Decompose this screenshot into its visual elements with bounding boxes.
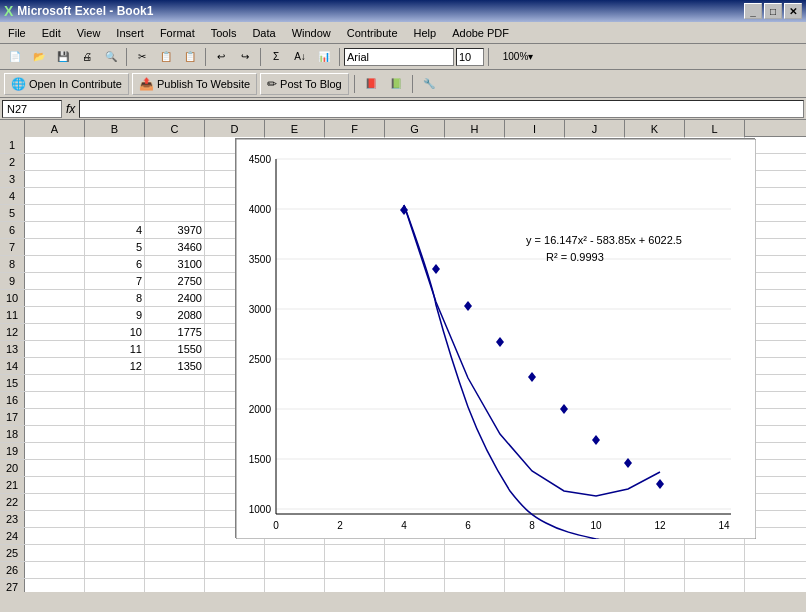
cell[interactable] bbox=[85, 494, 145, 510]
cell[interactable] bbox=[205, 562, 265, 578]
cell[interactable] bbox=[25, 137, 85, 153]
cell[interactable] bbox=[25, 579, 85, 592]
paste-button[interactable]: 📋 bbox=[179, 46, 201, 68]
cell[interactable] bbox=[325, 562, 385, 578]
open-in-contribute-button[interactable]: 🌐 Open In Contribute bbox=[4, 73, 129, 95]
menu-help[interactable]: Help bbox=[406, 22, 445, 43]
col-header-c[interactable]: C bbox=[145, 120, 205, 137]
menu-window[interactable]: Window bbox=[284, 22, 339, 43]
cell[interactable] bbox=[265, 579, 325, 592]
undo-button[interactable]: ↩ bbox=[210, 46, 232, 68]
cell[interactable] bbox=[385, 562, 445, 578]
col-header-g[interactable]: G bbox=[385, 120, 445, 137]
cell[interactable]: 2080 bbox=[145, 307, 205, 323]
cell[interactable]: 2400 bbox=[145, 290, 205, 306]
cell[interactable] bbox=[145, 511, 205, 527]
col-header-i[interactable]: I bbox=[505, 120, 565, 137]
zoom-box[interactable]: 100%▾ bbox=[493, 46, 543, 68]
cell[interactable] bbox=[85, 205, 145, 221]
cell[interactable] bbox=[25, 256, 85, 272]
cell[interactable] bbox=[145, 188, 205, 204]
cell[interactable] bbox=[205, 545, 265, 561]
cell[interactable] bbox=[85, 188, 145, 204]
col-header-h[interactable]: H bbox=[445, 120, 505, 137]
font-size-box[interactable]: 10 bbox=[456, 48, 484, 66]
cell[interactable] bbox=[25, 375, 85, 391]
col-header-a[interactable]: A bbox=[25, 120, 85, 137]
formula-input[interactable] bbox=[79, 100, 804, 118]
menu-tools[interactable]: Tools bbox=[203, 22, 245, 43]
cell[interactable] bbox=[685, 562, 745, 578]
cell[interactable]: 3460 bbox=[145, 239, 205, 255]
cell[interactable] bbox=[25, 409, 85, 425]
redo-button[interactable]: ↪ bbox=[234, 46, 256, 68]
new-button[interactable]: 📄 bbox=[4, 46, 26, 68]
cell[interactable] bbox=[85, 426, 145, 442]
menu-view[interactable]: View bbox=[69, 22, 109, 43]
cell[interactable] bbox=[145, 494, 205, 510]
menu-adobe-pdf[interactable]: Adobe PDF bbox=[444, 22, 517, 43]
menu-format[interactable]: Format bbox=[152, 22, 203, 43]
cell[interactable] bbox=[265, 562, 325, 578]
cell[interactable] bbox=[385, 545, 445, 561]
cell[interactable] bbox=[85, 579, 145, 592]
cell[interactable] bbox=[25, 494, 85, 510]
cell[interactable]: 10 bbox=[85, 324, 145, 340]
cell[interactable] bbox=[685, 545, 745, 561]
cell[interactable] bbox=[145, 171, 205, 187]
cell[interactable] bbox=[85, 375, 145, 391]
cell[interactable] bbox=[25, 205, 85, 221]
cell[interactable] bbox=[25, 341, 85, 357]
sum-button[interactable]: Σ bbox=[265, 46, 287, 68]
cell[interactable]: 9 bbox=[85, 307, 145, 323]
cell[interactable]: 8 bbox=[85, 290, 145, 306]
cell[interactable]: 11 bbox=[85, 341, 145, 357]
cell[interactable] bbox=[25, 460, 85, 476]
cell[interactable] bbox=[85, 460, 145, 476]
cell[interactable] bbox=[85, 477, 145, 493]
cell[interactable] bbox=[25, 273, 85, 289]
menu-file[interactable]: File bbox=[0, 22, 34, 43]
cell[interactable]: 1775 bbox=[145, 324, 205, 340]
cell[interactable] bbox=[565, 545, 625, 561]
cell[interactable] bbox=[145, 579, 205, 592]
cell[interactable] bbox=[25, 222, 85, 238]
cell[interactable] bbox=[565, 562, 625, 578]
cell[interactable] bbox=[85, 392, 145, 408]
cell[interactable] bbox=[325, 579, 385, 592]
cell[interactable] bbox=[145, 562, 205, 578]
sort-button[interactable]: A↓ bbox=[289, 46, 311, 68]
cell[interactable] bbox=[25, 426, 85, 442]
chart-button[interactable]: 📊 bbox=[313, 46, 335, 68]
menu-data[interactable]: Data bbox=[244, 22, 283, 43]
cell[interactable] bbox=[385, 579, 445, 592]
col-header-b[interactable]: B bbox=[85, 120, 145, 137]
cell[interactable] bbox=[145, 443, 205, 459]
print-preview-button[interactable]: 🔍 bbox=[100, 46, 122, 68]
cell[interactable] bbox=[25, 307, 85, 323]
cell[interactable]: 6 bbox=[85, 256, 145, 272]
cell[interactable] bbox=[85, 137, 145, 153]
cell[interactable] bbox=[505, 545, 565, 561]
cell[interactable]: 7 bbox=[85, 273, 145, 289]
cell[interactable] bbox=[85, 545, 145, 561]
cell[interactable] bbox=[625, 545, 685, 561]
cell[interactable] bbox=[145, 154, 205, 170]
col-header-k[interactable]: K bbox=[625, 120, 685, 137]
cell[interactable] bbox=[85, 171, 145, 187]
cell[interactable] bbox=[145, 205, 205, 221]
cell[interactable]: 1550 bbox=[145, 341, 205, 357]
print-button[interactable]: 🖨 bbox=[76, 46, 98, 68]
cell[interactable] bbox=[145, 375, 205, 391]
cell[interactable] bbox=[25, 154, 85, 170]
cell[interactable] bbox=[145, 545, 205, 561]
cell[interactable] bbox=[685, 579, 745, 592]
cell[interactable] bbox=[85, 562, 145, 578]
cell[interactable] bbox=[25, 171, 85, 187]
cell[interactable]: 2750 bbox=[145, 273, 205, 289]
cell[interactable] bbox=[145, 528, 205, 544]
minimize-button[interactable]: _ bbox=[744, 3, 762, 19]
cell[interactable] bbox=[625, 562, 685, 578]
menu-contribute[interactable]: Contribute bbox=[339, 22, 406, 43]
cell[interactable] bbox=[25, 392, 85, 408]
